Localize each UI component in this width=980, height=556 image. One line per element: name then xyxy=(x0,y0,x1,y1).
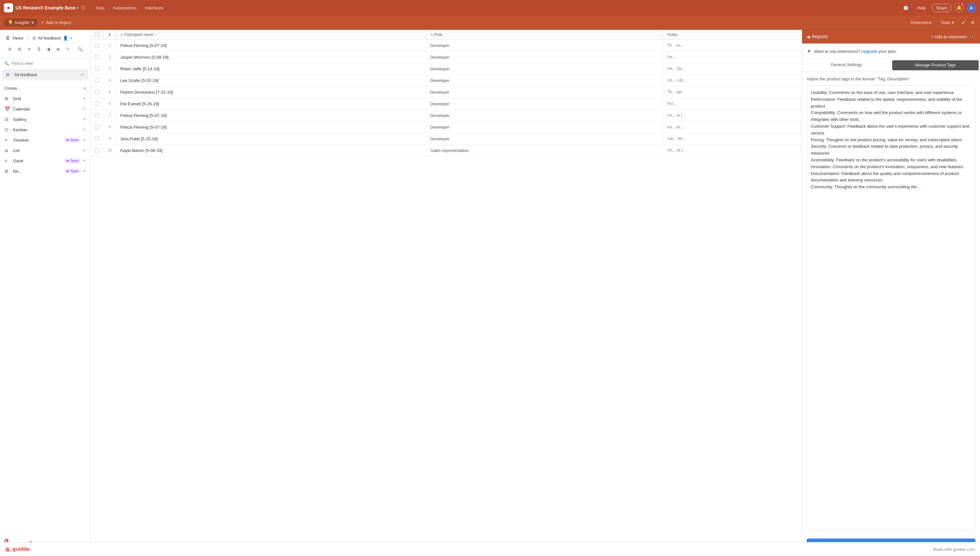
notes-preview[interactable]: Th... opi... xyxy=(663,87,802,98)
row-checkbox[interactable] xyxy=(91,145,103,157)
add-extension-button[interactable]: + Add an extension xyxy=(931,34,967,39)
main-layout: ☰ Views | ⊞ All feedback 👤 ▾ ⊘ ⊟ ≡ ⇅ ◑ ≣… xyxy=(0,30,980,556)
nav-data[interactable]: Data xyxy=(92,4,108,12)
create-timeline[interactable]: ≡ Timeline ❖ Team + xyxy=(0,135,91,145)
info-icon[interactable]: ⓘ xyxy=(81,5,85,11)
table-row[interactable]: 4 Lee Szabo [5-02-19] Developer Un... I … xyxy=(91,75,802,87)
col-checkbox xyxy=(91,30,103,40)
row-checkbox[interactable] xyxy=(91,52,103,63)
row-checkbox[interactable] xyxy=(91,133,103,145)
row-checkbox[interactable] xyxy=(91,63,103,75)
new-view-icon: ⊞ xyxy=(5,168,10,174)
notes-preview[interactable]: Th... so... xyxy=(663,40,802,52)
create-calendar[interactable]: 📅 Calendar + xyxy=(0,104,91,114)
upgrade-link[interactable]: Upgrade xyxy=(861,49,878,54)
participant-name[interactable]: Lee Szabo [5-02-19] xyxy=(116,75,427,87)
create-new[interactable]: ⊞ Ne... ❖ Team + xyxy=(0,166,91,176)
create-header[interactable]: Create... ▾ xyxy=(0,83,91,93)
select-all-checkbox[interactable] xyxy=(95,32,99,37)
panel-collapse-icon[interactable]: ◀ xyxy=(807,34,810,39)
participant-name[interactable]: Jasper Morrison [5-08-19] xyxy=(116,52,427,63)
app-title[interactable]: UX Research Example Base ▾ xyxy=(16,5,78,10)
row-checkbox[interactable] xyxy=(91,98,103,110)
nav-interfaces[interactable]: Interfaces xyxy=(141,4,167,12)
all-feedback-tab-header[interactable]: ⊞ All feedback 👤 ▾ xyxy=(32,36,72,40)
title-chevron-icon: ▾ xyxy=(77,6,78,10)
notes-preview[interactable]: As... as... xyxy=(663,121,802,133)
row-num: 8 xyxy=(103,121,116,133)
participant-name[interactable]: Felicia Fleming [5-07-19] xyxy=(116,110,427,121)
sparkle-icon: ✦ xyxy=(807,48,812,55)
participant-name[interactable]: Felicia Fleming [5-07-19] xyxy=(116,40,427,52)
create-list[interactable]: ≣ List + xyxy=(0,145,91,155)
participant-name[interactable]: Kayla Barton [5-06-19] xyxy=(116,145,427,157)
row-checkbox[interactable] xyxy=(91,75,103,87)
table-row[interactable]: 8 Felicia Fleming [5-07-19] Developer As… xyxy=(91,121,802,133)
create-kanban[interactable]: ⊡ Kanban + xyxy=(0,124,91,135)
notes-preview[interactable]: Un... I do... xyxy=(663,75,802,87)
insights-button[interactable]: 💡 Insights ▾ xyxy=(4,18,37,27)
sort-btn[interactable]: ⇅ xyxy=(35,44,43,53)
notes-preview[interactable]: I'm... of t... xyxy=(663,145,802,157)
history-btn[interactable]: 🕐 xyxy=(900,4,912,12)
row-checkbox[interactable] xyxy=(91,110,103,121)
notification-button[interactable]: 🔔 1 xyxy=(954,3,964,13)
table-row[interactable]: 5 Peyton Devereaux [7-22-19] Developer T… xyxy=(91,87,802,98)
panel-more-button[interactable]: ⋯ xyxy=(970,33,975,40)
table-row[interactable]: 3 Robin Jaffe [5-14-19] Developer I'm...… xyxy=(91,63,802,75)
expand-button[interactable]: ⤢ xyxy=(960,18,967,27)
extensions-button[interactable]: Extensions xyxy=(908,18,935,27)
avatar[interactable]: A xyxy=(966,3,976,13)
create-gallery[interactable]: ⊟ Gallery + xyxy=(0,114,91,124)
table-row[interactable]: 6 Pat Everett [5-16-19] Developer For... xyxy=(91,98,802,110)
search-input[interactable] xyxy=(12,61,87,66)
add-import-button[interactable]: + Add or import xyxy=(42,20,71,25)
tab-manage-product-tags[interactable]: Manage Product Tags xyxy=(892,60,979,70)
color-btn[interactable]: ◑ xyxy=(44,44,53,53)
notes-preview[interactable]: I'm... xyxy=(663,52,802,63)
row-checkbox[interactable] xyxy=(91,87,103,98)
table-row[interactable]: 9 Jess Patel [5-15-19] Developer I've...… xyxy=(91,133,802,145)
add-new-icon: + xyxy=(83,168,86,174)
table-row[interactable]: 7 Felicia Fleming [5-07-19] Developer I'… xyxy=(91,110,802,121)
role: Developer xyxy=(426,110,663,121)
create-grid[interactable]: ⊞ Grid + xyxy=(0,93,91,104)
filter-btn[interactable]: ⊟ xyxy=(16,44,24,53)
row-checkbox[interactable] xyxy=(91,121,103,133)
add-gallery-icon: + xyxy=(83,116,86,122)
participant-name[interactable]: Peyton Devereaux [7-22-19] xyxy=(116,87,427,98)
notes-preview[interactable]: I'm... Str... xyxy=(663,63,802,75)
panel-header: ◀ Reports + Add an extension ⋯ xyxy=(802,30,980,44)
nav-automations[interactable]: Automations xyxy=(109,4,140,12)
participant-name[interactable]: Jess Patel [5-15-19] xyxy=(116,133,427,145)
role: Developer xyxy=(426,75,663,87)
tools-button[interactable]: Tools ▾ xyxy=(938,18,957,27)
group-btn[interactable]: ≡ xyxy=(25,44,34,53)
notes-preview[interactable]: I've... Str... xyxy=(663,133,802,145)
view-item-all-feedback[interactable]: ⊞ All feedback ✓ xyxy=(2,70,89,80)
table-row[interactable]: 2 Jasper Morrison [5-08-19] Developer I'… xyxy=(91,52,802,63)
create-gantt[interactable]: ≡ Gantt ❖ Team + xyxy=(0,155,91,166)
participant-name[interactable]: Felicia Fleming [5-07-19] xyxy=(116,121,427,133)
table-row[interactable]: 10 Kayla Barton [5-06-19] Sales represen… xyxy=(91,145,802,157)
row-height-btn[interactable]: ≣ xyxy=(54,44,63,53)
notification-badge: 1 xyxy=(960,2,964,7)
tags-textarea[interactable]: Usability: Comments on the ease of use, … xyxy=(807,85,975,531)
participant-name[interactable]: Pat Everett [5-16-19] xyxy=(116,98,427,110)
help-btn[interactable]: Help xyxy=(914,4,930,12)
table-row[interactable]: 1 Felicia Fleming [5-07-19] Developer Th… xyxy=(91,40,802,52)
share-button[interactable]: Share xyxy=(932,4,951,12)
sort-participant-icon[interactable]: ↕ xyxy=(155,32,157,37)
views-label: Views xyxy=(12,36,23,40)
notes-preview[interactable]: For... xyxy=(663,98,802,110)
table-tab-icon: ⊞ xyxy=(32,36,36,40)
sort-role-icon[interactable]: ↕ xyxy=(443,32,445,37)
participant-name[interactable]: Robin Jaffe [5-14-19] xyxy=(116,63,427,75)
expand-row-btn[interactable]: ⤡ xyxy=(64,44,72,53)
row-checkbox[interactable] xyxy=(91,40,103,52)
tab-general-settings[interactable]: General Settings xyxy=(802,59,891,72)
search-btn[interactable]: 🔍 xyxy=(76,44,84,53)
hide-fields-btn[interactable]: ⊘ xyxy=(6,44,14,53)
notes-preview[interactable]: I'm... to l... xyxy=(663,110,802,121)
close-panel-button[interactable]: ✕ xyxy=(969,18,976,27)
